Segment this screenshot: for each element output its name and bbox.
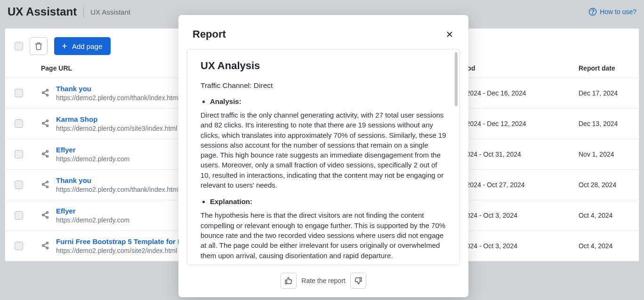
- svg-point-9: [42, 153, 44, 155]
- plus-icon: [61, 42, 68, 50]
- date-cell: Oct 4, 2024: [579, 242, 629, 250]
- svg-point-11: [47, 181, 48, 182]
- row-checkbox[interactable]: [15, 119, 23, 128]
- analysis-bullet: Analysis:: [210, 97, 446, 105]
- add-page-button[interactable]: Add page: [54, 37, 111, 55]
- period-cell: , 2024 - Dec 12, 2024: [463, 120, 579, 127]
- period-cell: 2024 - Oct 3, 2024: [463, 212, 579, 219]
- delete-button[interactable]: [30, 37, 48, 55]
- trash-icon: [34, 42, 43, 50]
- svg-point-15: [42, 214, 44, 216]
- modal-footer: Rate the report: [178, 265, 468, 297]
- header-divider: [83, 6, 84, 18]
- page-url: https://demo2.plerdy.com: [56, 216, 129, 224]
- traffic-channel-label: Traffic Channel: Direct: [201, 81, 446, 90]
- select-all-checkbox[interactable]: [15, 42, 23, 50]
- date-cell: Nov 1, 2024: [579, 150, 629, 158]
- page-url: https://demo2.plerdy.com/thank/index.htm…: [56, 94, 179, 102]
- help-link-label: How to use?: [600, 8, 636, 16]
- svg-point-2: [47, 89, 48, 91]
- svg-point-8: [47, 150, 48, 152]
- date-cell: Dec 13, 2024: [579, 120, 629, 127]
- column-date: Report date: [579, 64, 629, 72]
- svg-point-13: [47, 186, 48, 188]
- svg-point-19: [47, 247, 48, 249]
- svg-point-4: [47, 94, 48, 96]
- share-icon[interactable]: [41, 211, 49, 219]
- help-link[interactable]: How to use?: [588, 8, 636, 16]
- svg-point-3: [42, 92, 44, 94]
- svg-point-1: [593, 13, 593, 14]
- share-icon[interactable]: [41, 150, 49, 158]
- date-cell: Dec 17, 2024: [579, 89, 629, 97]
- row-checkbox[interactable]: [15, 89, 23, 97]
- svg-point-6: [42, 122, 44, 124]
- page-title-link[interactable]: Eflyer: [56, 146, 129, 154]
- svg-point-14: [47, 211, 48, 213]
- svg-point-18: [42, 245, 44, 246]
- page-title-link[interactable]: Karma Shop: [56, 115, 177, 123]
- period-cell: , 2024 - Oct 27, 2024: [463, 181, 579, 189]
- share-icon[interactable]: [41, 180, 49, 189]
- close-icon[interactable]: [445, 30, 454, 39]
- svg-point-7: [47, 125, 48, 126]
- page-title-link[interactable]: Thank you: [56, 176, 179, 184]
- explanation-text: The hypothesis here is that the direct v…: [201, 210, 446, 260]
- page-title-link[interactable]: Thank you: [56, 85, 179, 93]
- thumbs-down-icon: [354, 276, 362, 285]
- period-cell: , 2024 - Dec 16, 2024: [463, 89, 579, 97]
- rate-label: Rate the report: [301, 277, 345, 284]
- period-cell: 2024 - Oct 31, 2024: [463, 150, 579, 158]
- svg-point-17: [47, 242, 48, 244]
- row-checkbox[interactable]: [15, 211, 23, 220]
- modal-body[interactable]: UX Analysis Traffic Channel: Direct Anal…: [187, 49, 460, 265]
- explanation-bullet: Explanation:: [210, 197, 446, 205]
- report-heading: UX Analysis: [201, 60, 446, 72]
- page-title-link[interactable]: Eflyer: [56, 207, 129, 215]
- row-checkbox[interactable]: [15, 150, 23, 158]
- thumbs-up-icon: [284, 276, 293, 285]
- share-icon[interactable]: [41, 241, 49, 250]
- analysis-text: Direct traffic is the only channel gener…: [201, 110, 446, 190]
- row-checkbox[interactable]: [15, 242, 23, 250]
- thumbs-up-button[interactable]: [281, 273, 297, 289]
- period-cell: 2024 - Oct 3, 2024: [463, 242, 579, 250]
- app-subtitle: UX Assistant: [90, 8, 130, 16]
- svg-point-5: [47, 119, 48, 121]
- app-title: UX Assistant: [8, 5, 77, 18]
- question-circle-icon: [588, 8, 597, 16]
- share-icon[interactable]: [41, 88, 49, 97]
- date-cell: Oct 28, 2024: [579, 181, 629, 189]
- svg-point-16: [47, 216, 48, 218]
- share-icon[interactable]: [41, 119, 49, 127]
- date-cell: Oct 4, 2024: [579, 212, 629, 219]
- row-checkbox[interactable]: [15, 181, 23, 189]
- svg-point-12: [42, 183, 44, 185]
- svg-point-10: [47, 155, 48, 157]
- thumbs-down-button[interactable]: [350, 273, 366, 289]
- modal-title: Report: [193, 28, 226, 40]
- page-url: https://demo2.plerdy.com/thank/index.htm…: [56, 186, 179, 193]
- column-period: riod: [463, 64, 579, 72]
- report-modal: Report UX Analysis Traffic Channel: Dire…: [178, 15, 468, 297]
- add-page-label: Add page: [72, 42, 102, 50]
- page-url: https://demo2.plerdy.com/site3/index.htm…: [56, 125, 177, 132]
- modal-header: Report: [178, 15, 468, 49]
- page-url: https://demo2.plerdy.com: [56, 155, 129, 163]
